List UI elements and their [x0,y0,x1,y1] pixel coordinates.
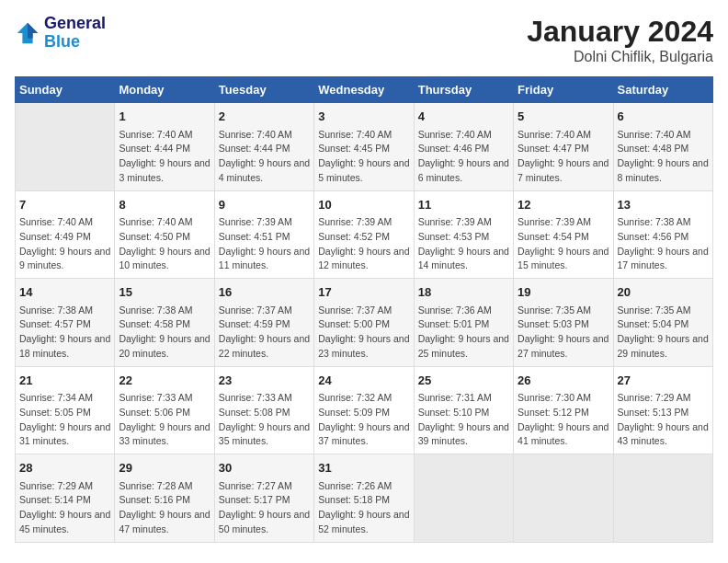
calendar-week-4: 21Sunrise: 7:34 AMSunset: 5:05 PMDayligh… [16,366,713,454]
day-number: 2 [219,108,310,126]
logo: General Blue [15,15,106,52]
calendar-cell: 5Sunrise: 7:40 AMSunset: 4:47 PMDaylight… [514,103,613,191]
calendar-cell: 31Sunrise: 7:26 AMSunset: 5:18 PMDayligh… [314,454,414,543]
title-area: January 2024 Dolni Chiflik, Bulgaria [527,15,713,65]
calendar-cell: 27Sunrise: 7:29 AMSunset: 5:13 PMDayligh… [613,366,712,454]
cell-content: Sunrise: 7:40 AMSunset: 4:45 PMDaylight:… [318,128,409,186]
cell-content: Sunrise: 7:38 AMSunset: 4:56 PMDaylight:… [618,215,709,273]
day-number: 26 [518,372,609,390]
logo-icon [15,20,40,46]
cell-content: Sunrise: 7:33 AMSunset: 5:06 PMDaylight:… [119,391,210,449]
day-header-sunday: Sunday [16,77,115,103]
cell-content: Sunrise: 7:38 AMSunset: 4:58 PMDaylight:… [119,304,210,362]
cell-content: Sunrise: 7:40 AMSunset: 4:47 PMDaylight:… [518,128,609,186]
calendar-cell: 3Sunrise: 7:40 AMSunset: 4:45 PMDaylight… [314,103,414,191]
calendar-cell: 28Sunrise: 7:29 AMSunset: 5:14 PMDayligh… [16,454,115,543]
cell-content: Sunrise: 7:28 AMSunset: 5:16 PMDaylight:… [119,479,210,537]
day-number: 12 [518,196,609,214]
calendar-cell: 22Sunrise: 7:33 AMSunset: 5:06 PMDayligh… [115,366,214,454]
calendar-cell: 15Sunrise: 7:38 AMSunset: 4:58 PMDayligh… [115,279,214,367]
day-number: 18 [418,283,509,302]
cell-content: Sunrise: 7:30 AMSunset: 5:12 PMDaylight:… [518,391,609,449]
calendar-cell: 17Sunrise: 7:37 AMSunset: 5:00 PMDayligh… [314,279,414,367]
location: Dolni Chiflik, Bulgaria [527,49,713,65]
month-title: January 2024 [527,15,713,49]
cell-content: Sunrise: 7:40 AMSunset: 4:50 PMDaylight:… [119,215,210,273]
calendar-cell [16,103,115,191]
calendar-cell: 24Sunrise: 7:32 AMSunset: 5:09 PMDayligh… [314,366,414,454]
day-number: 19 [518,283,609,302]
day-number: 30 [219,459,310,477]
cell-content: Sunrise: 7:29 AMSunset: 5:14 PMDaylight:… [19,479,110,537]
day-number: 13 [618,196,709,214]
day-number: 24 [318,372,409,390]
cell-content: Sunrise: 7:35 AMSunset: 5:03 PMDaylight:… [518,304,609,362]
cell-content: Sunrise: 7:40 AMSunset: 4:44 PMDaylight:… [119,128,210,186]
cell-content: Sunrise: 7:39 AMSunset: 4:51 PMDaylight:… [219,215,310,273]
day-number: 25 [418,372,509,390]
day-number: 10 [318,196,409,214]
calendar-cell: 19Sunrise: 7:35 AMSunset: 5:03 PMDayligh… [514,279,613,367]
day-number: 8 [119,196,210,214]
day-header-monday: Monday [115,77,214,103]
calendar-cell: 6Sunrise: 7:40 AMSunset: 4:48 PMDaylight… [613,103,712,191]
day-number: 14 [19,283,110,302]
calendar-cell: 18Sunrise: 7:36 AMSunset: 5:01 PMDayligh… [414,279,513,367]
day-header-tuesday: Tuesday [214,77,313,103]
calendar-cell: 14Sunrise: 7:38 AMSunset: 4:57 PMDayligh… [16,279,115,367]
day-number: 17 [318,283,409,302]
day-number: 22 [119,372,210,390]
day-number: 1 [119,108,210,126]
cell-content: Sunrise: 7:37 AMSunset: 4:59 PMDaylight:… [219,304,310,362]
day-header-wednesday: Wednesday [314,77,414,103]
calendar-week-2: 7Sunrise: 7:40 AMSunset: 4:49 PMDaylight… [16,190,713,279]
calendar-cell: 13Sunrise: 7:38 AMSunset: 4:56 PMDayligh… [613,190,712,279]
calendar-cell: 10Sunrise: 7:39 AMSunset: 4:52 PMDayligh… [314,190,414,279]
calendar-cell: 9Sunrise: 7:39 AMSunset: 4:51 PMDaylight… [214,190,313,279]
svg-marker-1 [28,23,38,39]
day-number: 29 [119,459,210,477]
cell-content: Sunrise: 7:36 AMSunset: 5:01 PMDaylight:… [418,304,509,362]
day-number: 6 [618,108,709,126]
calendar-cell: 7Sunrise: 7:40 AMSunset: 4:49 PMDaylight… [16,190,115,279]
cell-content: Sunrise: 7:39 AMSunset: 4:52 PMDaylight:… [318,215,409,273]
day-number: 21 [19,372,110,390]
calendar-cell: 20Sunrise: 7:35 AMSunset: 5:04 PMDayligh… [613,279,712,367]
cell-content: Sunrise: 7:39 AMSunset: 4:54 PMDaylight:… [518,215,609,273]
day-header-thursday: Thursday [414,77,513,103]
cell-content: Sunrise: 7:37 AMSunset: 5:00 PMDaylight:… [318,304,409,362]
cell-content: Sunrise: 7:40 AMSunset: 4:44 PMDaylight:… [219,128,310,186]
calendar-cell [414,454,513,543]
calendar-cell [514,454,613,543]
day-number: 15 [119,283,210,302]
day-number: 23 [219,372,310,390]
calendar-cell: 16Sunrise: 7:37 AMSunset: 4:59 PMDayligh… [214,279,313,367]
day-header-saturday: Saturday [613,77,712,103]
calendar-cell: 26Sunrise: 7:30 AMSunset: 5:12 PMDayligh… [514,366,613,454]
cell-content: Sunrise: 7:34 AMSunset: 5:05 PMDaylight:… [19,391,110,449]
calendar-week-3: 14Sunrise: 7:38 AMSunset: 4:57 PMDayligh… [16,279,713,367]
calendar-cell: 11Sunrise: 7:39 AMSunset: 4:53 PMDayligh… [414,190,513,279]
calendar-cell: 1Sunrise: 7:40 AMSunset: 4:44 PMDaylight… [115,103,214,191]
cell-content: Sunrise: 7:27 AMSunset: 5:17 PMDaylight:… [219,479,310,537]
cell-content: Sunrise: 7:39 AMSunset: 4:53 PMDaylight:… [418,215,509,273]
day-header-friday: Friday [514,77,613,103]
day-number: 4 [418,108,509,126]
calendar-cell: 29Sunrise: 7:28 AMSunset: 5:16 PMDayligh… [115,454,214,543]
calendar-week-1: 1Sunrise: 7:40 AMSunset: 4:44 PMDaylight… [16,103,713,191]
calendar-cell: 23Sunrise: 7:33 AMSunset: 5:08 PMDayligh… [214,366,313,454]
calendar-cell: 25Sunrise: 7:31 AMSunset: 5:10 PMDayligh… [414,366,513,454]
calendar-week-5: 28Sunrise: 7:29 AMSunset: 5:14 PMDayligh… [16,454,713,543]
day-number: 20 [618,283,709,302]
day-number: 3 [318,108,409,126]
cell-content: Sunrise: 7:40 AMSunset: 4:48 PMDaylight:… [618,128,709,186]
day-number: 28 [19,459,110,477]
cell-content: Sunrise: 7:31 AMSunset: 5:10 PMDaylight:… [418,391,509,449]
calendar-body: 1Sunrise: 7:40 AMSunset: 4:44 PMDaylight… [16,103,713,543]
calendar-cell: 4Sunrise: 7:40 AMSunset: 4:46 PMDaylight… [414,103,513,191]
calendar-cell: 12Sunrise: 7:39 AMSunset: 4:54 PMDayligh… [514,190,613,279]
day-number: 9 [219,196,310,214]
calendar-cell [613,454,712,543]
day-number: 16 [219,283,310,302]
cell-content: Sunrise: 7:26 AMSunset: 5:18 PMDaylight:… [318,479,409,537]
